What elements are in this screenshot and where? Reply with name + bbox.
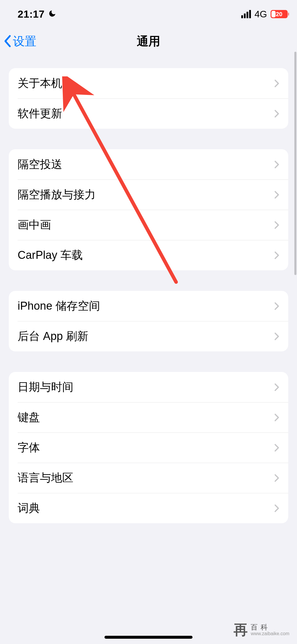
group-about: 关于本机 软件更新: [9, 68, 288, 129]
chevron-right-icon: [274, 474, 279, 482]
row-date-time[interactable]: 日期与时间: [9, 372, 288, 402]
chevron-right-icon: [274, 79, 279, 88]
chevron-right-icon: [274, 383, 279, 392]
watermark: 再 百科 www.zaibaike.com: [234, 620, 289, 639]
row-iphone-storage[interactable]: iPhone 储存空间: [9, 291, 288, 321]
row-label: 隔空投送: [18, 157, 62, 172]
page-title: 通用: [0, 33, 297, 49]
group-airdrop: 隔空投送 隔空播放与接力 画中画 CarPlay 车载: [9, 149, 288, 270]
row-label: CarPlay 车载: [18, 248, 83, 263]
battery-icon: 20: [271, 10, 288, 18]
row-keyboard[interactable]: 键盘: [9, 402, 288, 432]
chevron-right-icon: [274, 443, 279, 452]
row-label: 键盘: [18, 410, 40, 425]
row-label: 关于本机: [18, 76, 62, 91]
status-time: 21:17: [18, 8, 45, 20]
battery-percent: 20: [271, 11, 288, 18]
row-background-refresh[interactable]: 后台 App 刷新: [9, 321, 288, 351]
settings-list[interactable]: 关于本机 软件更新 隔空投送 隔空播放与接力 画中画 CarPlay 车载 iP…: [0, 68, 297, 644]
chevron-right-icon: [274, 332, 279, 341]
chevron-right-icon: [274, 109, 279, 118]
row-label: 软件更新: [18, 106, 62, 121]
row-airplay-handoff[interactable]: 隔空播放与接力: [9, 180, 288, 210]
watermark-logo: 再: [234, 620, 248, 639]
row-pip[interactable]: 画中画: [9, 210, 288, 240]
group-datetime: 日期与时间 键盘 字体 语言与地区 词典: [9, 372, 288, 523]
row-carplay[interactable]: CarPlay 车载: [9, 240, 288, 270]
chevron-right-icon: [274, 221, 279, 229]
row-label: iPhone 储存空间: [18, 298, 100, 313]
row-fonts[interactable]: 字体: [9, 432, 288, 463]
scrollbar[interactable]: [294, 52, 296, 275]
row-software-update[interactable]: 软件更新: [9, 98, 288, 129]
row-dictionary[interactable]: 词典: [9, 493, 288, 523]
dnd-moon-icon: [48, 9, 56, 19]
watermark-cn: 百科: [251, 623, 289, 631]
status-bar: 21:17 4G 20: [0, 0, 297, 23]
chevron-right-icon: [274, 251, 279, 260]
status-right: 4G 20: [241, 9, 288, 20]
row-airdrop[interactable]: 隔空投送: [9, 149, 288, 180]
row-language-region[interactable]: 语言与地区: [9, 463, 288, 493]
back-button[interactable]: 设置: [4, 33, 36, 49]
row-label: 画中画: [18, 217, 51, 232]
chevron-right-icon: [274, 302, 279, 311]
row-label: 后台 App 刷新: [18, 329, 88, 344]
row-label: 词典: [18, 501, 40, 516]
chevron-right-icon: [274, 160, 279, 169]
status-left: 21:17: [18, 8, 56, 20]
row-about[interactable]: 关于本机: [9, 68, 288, 98]
chevron-right-icon: [274, 413, 279, 422]
row-label: 字体: [18, 440, 40, 455]
home-indicator[interactable]: [104, 636, 193, 639]
row-label: 语言与地区: [18, 470, 73, 485]
watermark-url: www.zaibaike.com: [251, 631, 289, 636]
nav-bar: 设置 通用: [0, 26, 297, 56]
chevron-right-icon: [274, 504, 279, 513]
row-label: 隔空播放与接力: [18, 187, 96, 202]
chevron-right-icon: [274, 190, 279, 199]
network-type: 4G: [254, 9, 267, 20]
row-label: 日期与时间: [18, 380, 73, 395]
back-label: 设置: [13, 33, 36, 49]
group-storage: iPhone 储存空间 后台 App 刷新: [9, 291, 288, 351]
cellular-signal-icon: [241, 10, 251, 18]
